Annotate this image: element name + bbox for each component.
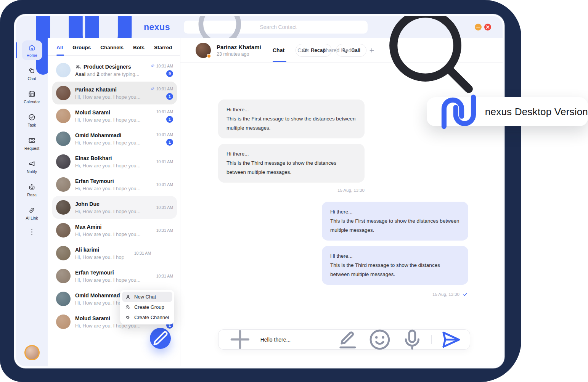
time-text: 10:31 AM: [156, 64, 173, 68]
message-composer[interactable]: [218, 329, 470, 350]
menu-item-create-channel[interactable]: Create Channel: [122, 312, 172, 323]
sidebar-item-ai-link[interactable]: AI Link: [22, 203, 42, 223]
contact-avatar: [56, 292, 71, 306]
chat-list-item[interactable]: John DueHi, How are you. I hope you...10…: [52, 196, 177, 219]
people-icon: [125, 304, 131, 310]
chat-item-name: Erfan Teymouri: [75, 270, 146, 276]
contact-avatar[interactable]: [196, 43, 211, 58]
contact-avatar: [56, 154, 71, 169]
chat-list-item[interactable]: Ali karimiHi, How are you. I hope you...…: [52, 242, 177, 265]
time-text: 10:31 AM: [156, 132, 173, 137]
unread-badge: 1: [166, 139, 173, 146]
chat-item-name-text: Product Designers: [84, 64, 131, 70]
chat-item-name: Max Amini: [75, 224, 146, 230]
chat-list-item[interactable]: Omid MohammadiHi, How are you. I hope yo…: [52, 127, 177, 150]
person-icon: [125, 294, 131, 300]
emoji-icon[interactable]: [366, 326, 393, 353]
chat-item-meta: 10:31 AM9: [150, 64, 173, 77]
pin-icon: [150, 87, 155, 91]
conversation-tab-shared-media[interactable]: Shared Media: [322, 38, 355, 62]
add-tab-icon[interactable]: [368, 47, 375, 54]
sidebar-more-menu[interactable]: [22, 226, 42, 238]
chat-list-item[interactable]: Erfan TeymouriHi, How are you. I hope yo…: [52, 173, 177, 196]
sidebar-item-roza[interactable]: Roza: [22, 180, 42, 200]
microphone-icon[interactable]: [399, 326, 426, 353]
chat-list-item[interactable]: Parinaz KhatamiHi, How are you. I hope y…: [52, 82, 177, 104]
chat-list-item[interactable]: Product DesignersAsal and 2 other are ty…: [52, 59, 177, 82]
chat-list-item[interactable]: Elnaz BolkhariHi, How are you. I hope yo…: [52, 150, 177, 173]
time-text: 10:31 AM: [156, 159, 173, 164]
compose-fab-button[interactable]: [150, 328, 171, 349]
contact-avatar: [56, 246, 71, 260]
chat-item-time: 10:31 AM: [156, 182, 173, 187]
chat-item-name-text: Molud Sarami: [75, 315, 110, 321]
sidebar-item-label: Calendar: [24, 100, 40, 104]
attach-plus-icon[interactable]: [225, 324, 255, 355]
sidebar-item-label: Notify: [27, 169, 37, 174]
send-icon[interactable]: [437, 326, 464, 353]
sidebar-item-task[interactable]: Task: [22, 110, 42, 130]
tab-channels[interactable]: Channels: [100, 45, 124, 55]
chat-item-info: Molud SaramiHi, How are you. I hope you.…: [75, 109, 146, 123]
chat-list-item[interactable]: Erfan TeymouriHi, How are you. I hope yo…: [52, 265, 177, 287]
chat-item-preview: Hi, How are you. I hope you...: [75, 254, 124, 260]
chat-item-info: Max AminiHi, How are you. I hope you...: [75, 224, 146, 237]
conversation-tab-chat[interactable]: Chat: [273, 38, 284, 62]
desktop-background: nexus HomeChatCalendarTaskRequestNotifyR…: [0, 0, 588, 382]
sidebar-item-calendar[interactable]: Calendar: [22, 87, 42, 107]
chat-list-item[interactable]: Max AminiHi, How are you. I hope you...1…: [52, 219, 177, 242]
conversation-search-icon[interactable]: [373, 14, 487, 108]
chat-item-meta: 10:31 AM: [150, 159, 173, 164]
chat-item-time: 10:31 AM: [156, 109, 173, 114]
sidebar-item-notify[interactable]: Notify: [22, 157, 42, 177]
calendar-icon: [28, 90, 36, 98]
conversation-panel: Parinaz Khatami 23 minutes ago ChatCalls…: [180, 38, 503, 366]
conversation-tabs: ChatCallsShared Media: [273, 38, 375, 62]
tab-bots[interactable]: Bots: [133, 45, 145, 55]
sidebar-item-label: Chat: [27, 76, 36, 81]
conversation-tab-calls[interactable]: Calls: [297, 38, 309, 62]
sidebar-item-home[interactable]: Home: [22, 40, 42, 60]
sidebar-item-request[interactable]: Request: [22, 133, 42, 153]
menu-item-label: Create Group: [134, 304, 164, 310]
edit-pencil-icon[interactable]: [334, 326, 361, 353]
chat-item-name: Erfan Teymouri: [75, 178, 146, 184]
chat-item-name-text: Parinaz Khatami: [75, 87, 117, 93]
user-avatar[interactable]: [24, 345, 40, 360]
message-input[interactable]: [260, 337, 329, 343]
sidebar-item-label: Roza: [27, 193, 37, 197]
sidebar-item-label: AI Link: [26, 216, 38, 220]
chat-item-meta: 10:31 AM1: [150, 132, 173, 146]
chat-item-time: 10:31 AM: [150, 87, 173, 91]
sidebar-item-chat[interactable]: Chat: [22, 64, 42, 83]
chat-item-info: Parinaz KhatamiHi, How are you. I hope y…: [75, 87, 146, 100]
task-icon: [28, 113, 36, 121]
home-icon: [28, 43, 36, 51]
chat-item-name-text: Elnaz Bolkhari: [75, 155, 112, 161]
contact-last-seen: 23 minutes ago: [217, 51, 261, 57]
outgoing-group: Hi there...This is the First message to …: [218, 202, 468, 297]
outgoing-timestamp: 15 Aug, 13:30: [432, 291, 468, 297]
chat-item-meta: 10:31 AM: [128, 251, 151, 255]
chat-item-info: Erfan TeymouriHi, How are you. I hope yo…: [75, 178, 146, 191]
conversation-header: Parinaz Khatami 23 minutes ago ChatCalls…: [180, 38, 503, 63]
chat-item-name-text: Omid Mohammadi: [75, 132, 121, 138]
tab-starred[interactable]: Starred: [154, 45, 172, 55]
menu-item-create-group[interactable]: Create Group: [122, 302, 172, 312]
chat-item-name: Product Designers: [75, 64, 146, 70]
tab-all[interactable]: All: [56, 45, 63, 55]
status-dot: [207, 54, 211, 58]
tab-groups[interactable]: Groups: [72, 45, 91, 55]
chat-item-name: Molud Sarami: [75, 109, 146, 116]
chat-item-name-text: Omid Mohammadi: [75, 292, 121, 299]
time-text: 10:31 AM: [156, 228, 173, 233]
chat-item-name-text: Ali karimi: [75, 247, 99, 253]
desktop-version-label: nexus Desktop Version: [485, 106, 588, 118]
outgoing-timestamp-text: 15 Aug, 13:30: [432, 292, 459, 297]
time-text: 10:31 AM: [134, 251, 151, 255]
composer-icons: [334, 326, 464, 353]
unread-badge: 9: [166, 70, 173, 77]
menu-item-new-chat[interactable]: New Chat: [122, 292, 172, 302]
chat-item-name-text: Max Amini: [75, 224, 102, 230]
chat-list-item[interactable]: Molud SaramiHi, How are you. I hope you.…: [52, 104, 177, 127]
